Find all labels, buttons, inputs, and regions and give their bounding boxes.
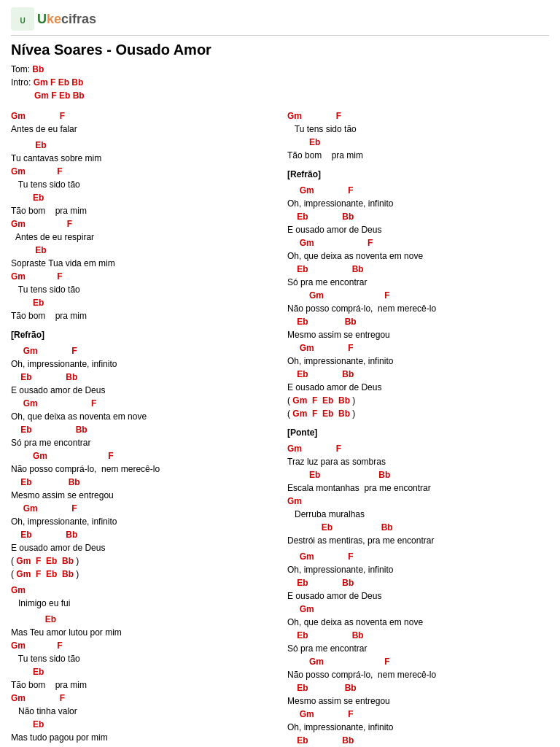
line: Sopraste Tua vida em mim	[11, 257, 273, 270]
section-refrão1: [Refrão]	[11, 328, 273, 341]
intro-line2: Gm F Eb Bb	[11, 90, 549, 101]
line: Gm F	[287, 289, 549, 302]
line: E ousado amor de Deus	[287, 223, 549, 236]
line: Oh, impressionante, infinito	[287, 563, 549, 576]
line: Eb	[11, 296, 273, 309]
intro-line: Intro: Gm F Eb Bb	[11, 77, 549, 88]
line: Inimigo eu fui	[11, 597, 273, 610]
line: Eb	[11, 139, 273, 152]
line: Eb	[11, 718, 273, 731]
line: Eb	[287, 136, 549, 149]
line: Gm F	[11, 449, 273, 462]
line: Gm F	[11, 502, 273, 515]
intro-chords2: Gm F Eb Bb	[34, 90, 85, 101]
line: Gm	[287, 603, 549, 616]
line: Oh, impressionante, infinito	[287, 721, 549, 734]
line: Eb Bb	[287, 468, 549, 481]
line: Eb Bb	[11, 528, 273, 541]
line: Gm F	[11, 109, 273, 123]
section-ponte: [Ponte]	[287, 426, 549, 439]
line: Eb Bb	[287, 210, 549, 223]
line: Oh, impressionante, infinito	[287, 197, 549, 210]
line: Gm	[11, 584, 273, 597]
line: Só pra me encontrar	[11, 436, 273, 449]
line: Eb Bb	[287, 681, 549, 694]
line: Oh, impressionante, infinito	[11, 357, 273, 371]
line: Tu cantavas sobre mim	[11, 152, 273, 165]
line: E ousado amor de Deus	[11, 384, 273, 397]
line: E ousado amor de Deus	[287, 381, 549, 394]
line: Gm F	[287, 236, 549, 249]
line: Mesmo assim se entregou	[287, 328, 549, 341]
line: Tu tens sido tão	[11, 283, 273, 296]
line: Eb Bb	[287, 315, 549, 328]
line: Eb	[11, 613, 273, 626]
line: Tão bom pra mim	[11, 309, 273, 322]
line: Mas tudo pagou por mim	[11, 731, 273, 744]
line: Gm F	[287, 442, 549, 455]
line: Eb Bb	[287, 521, 549, 534]
line: Tu tens sido tão	[287, 123, 549, 136]
line: Eb Bb	[287, 734, 549, 747]
logo-text[interactable]: Ukecifras	[37, 12, 96, 27]
line: Eb Bb	[11, 423, 273, 436]
tom-label: Tom:	[11, 64, 30, 74]
line: E ousado amor de Deus	[287, 589, 549, 603]
line: Destrói as mentiras, pra me encontrar	[287, 534, 549, 547]
line: Gm F	[287, 708, 549, 721]
line: Gm F	[287, 550, 549, 563]
line: Só pra me encontrar	[287, 276, 549, 289]
line: Antes de eu respirar	[11, 231, 273, 244]
line: Gm F	[287, 184, 549, 197]
line: Gm F	[287, 655, 549, 668]
line: Eb Bb	[287, 368, 549, 381]
line: Tu tens sido tão	[11, 652, 273, 665]
line: Traz luz para as sombras	[287, 455, 549, 468]
line: Oh, que deixa as noventa em nove	[287, 249, 549, 263]
line: Tu tens sido tão	[11, 178, 273, 191]
line: Eb Bb	[11, 476, 273, 489]
line: Gm F	[287, 341, 549, 355]
line: Mesmo assim se entregou	[287, 694, 549, 708]
tom-value: Bb	[32, 64, 44, 74]
line: Tão bom pra mim	[287, 149, 549, 162]
line: Gm F	[11, 270, 273, 283]
line: Eb Bb	[287, 629, 549, 642]
line: Gm	[287, 495, 549, 508]
line: Eb Bb	[287, 576, 549, 589]
line: Não posso comprá-lo, nem merecê-lo	[287, 668, 549, 681]
line: ( Gm F Eb Bb )	[287, 394, 549, 407]
line: Derruba muralhas	[287, 508, 549, 521]
lyrics-col-left: Gm F Antes de eu falar Eb Tu cantavas so…	[11, 109, 273, 747]
line: Gm F	[11, 397, 273, 410]
intro-label: Intro:	[11, 77, 34, 88]
line: E ousado amor de Deus	[11, 541, 273, 554]
line: Mas Teu amor lutou por mim	[11, 626, 273, 639]
logo-area: U Ukecifras	[11, 7, 549, 36]
line: Gm F	[11, 217, 273, 231]
logo-icon: U	[11, 7, 34, 31]
line: Mesmo assim se entregou	[11, 489, 273, 502]
line: Eb	[11, 244, 273, 257]
line: Tão bom pra mim	[11, 204, 273, 217]
song-info: Tom: Bb	[11, 64, 549, 74]
line: Gm F	[287, 109, 549, 123]
line: ( Gm F Eb Bb )	[287, 407, 549, 420]
line: Não tinha valor	[11, 705, 273, 718]
line: Gm F	[11, 692, 273, 705]
intro-chords: Gm F Eb Bb	[34, 77, 84, 88]
line: ( Gm F Eb Bb )	[11, 568, 273, 581]
section-refrão2: [Refrão]	[287, 168, 549, 181]
line: Eb	[11, 665, 273, 678]
line: Gm F	[11, 344, 273, 357]
line: Gm F	[11, 639, 273, 652]
line: Não posso comprá-lo, nem merecê-lo	[287, 302, 549, 315]
line: Gm F	[11, 165, 273, 178]
line: Eb	[11, 191, 273, 204]
line: Escala montanhas pra me encontrar	[287, 481, 549, 495]
line: Tão bom pra mim	[11, 678, 273, 692]
line: Oh, que deixa as noventa em nove	[11, 410, 273, 423]
lyrics-section: Gm F Antes de eu falar Eb Tu cantavas so…	[11, 109, 549, 747]
lyrics-col-right: Gm F Tu tens sido tão Eb Tão bom pra mim…	[287, 109, 549, 747]
line: Só pra me encontrar	[287, 642, 549, 655]
